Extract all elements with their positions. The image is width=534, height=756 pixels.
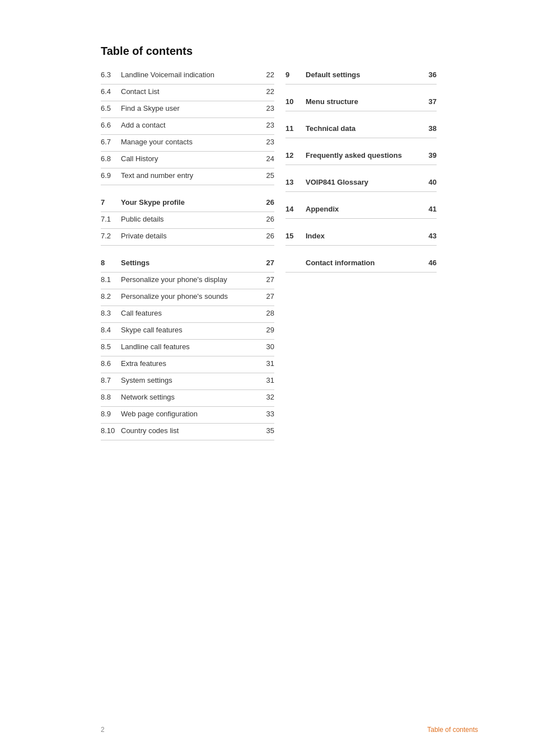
toc-item-label: Skype call features [121, 326, 257, 334]
toc-item-page: 26 [257, 198, 274, 206]
toc-row: 6.6Add a contact23 [101, 118, 274, 135]
toc-item-num: 8.8 [101, 393, 121, 401]
toc-item-page: 23 [257, 104, 274, 112]
toc-item-label: Country codes list [121, 426, 257, 435]
spacer [285, 165, 437, 175]
toc-row: 7.1Public details26 [101, 212, 274, 229]
spacer [285, 138, 437, 148]
toc-item-page: 40 [420, 178, 437, 186]
toc-item-label: Extra features [121, 359, 257, 368]
toc-item-label: Text and number entry [121, 171, 257, 180]
toc-item-page: 37 [420, 97, 437, 106]
toc-item-page: 29 [257, 326, 274, 334]
toc-row: Contact information46 [285, 256, 437, 273]
toc-row: 6.5Find a Skype user23 [101, 101, 274, 118]
toc-row: 7Your Skype profile26 [101, 195, 274, 212]
spacer [285, 111, 437, 121]
toc-item-page: 31 [257, 359, 274, 368]
toc-item-label: Your Skype profile [121, 198, 257, 206]
toc-row: 8.3Call features28 [101, 306, 274, 323]
toc-item-label: System settings [121, 376, 257, 384]
spacer [285, 192, 437, 202]
toc-item-label: Call History [121, 154, 257, 163]
toc-item-page: 33 [257, 410, 274, 418]
toc-row: 8.9Web page configuration33 [101, 407, 274, 424]
toc-item-num: 14 [285, 205, 306, 213]
toc-item-num: 6.6 [101, 121, 121, 129]
toc-item-label: Manage your contacts [121, 138, 257, 146]
toc-item-num: 8.6 [101, 359, 121, 368]
toc-item-label: Settings [121, 259, 257, 267]
toc-row: 6.7Manage your contacts23 [101, 135, 274, 152]
toc-item-num: 8.1 [101, 275, 121, 284]
toc-item-label: Menu structure [306, 97, 420, 106]
spacer [285, 246, 437, 256]
toc-item-num: 11 [285, 124, 306, 133]
toc-item-num: 6.5 [101, 104, 121, 112]
toc-row: 10Menu structure37 [285, 95, 437, 111]
toc-row: 6.4Contact List22 [101, 84, 274, 101]
toc-item-label: Default settings [306, 71, 420, 79]
toc-item-label: Contact List [121, 87, 257, 96]
toc-item-label: Contact information [306, 259, 420, 267]
toc-item-num: 6.9 [101, 171, 121, 180]
toc-row: 8.2Personalize your phone's sounds27 [101, 289, 274, 306]
toc-row: 8.4Skype call features29 [101, 323, 274, 340]
toc-item-num: 12 [285, 151, 306, 159]
toc-item-page: 26 [257, 232, 274, 240]
toc-row: 15Index43 [285, 229, 437, 246]
toc-item-page: 31 [257, 376, 274, 384]
toc-item-label: Index [306, 232, 420, 240]
toc-item-label: Technical data [306, 124, 420, 133]
toc-row: 8.5Landline call features30 [101, 340, 274, 356]
toc-item-label: Network settings [121, 393, 257, 401]
toc-item-label: Frequently asked questions [306, 151, 420, 159]
toc-item-page: 27 [257, 259, 274, 267]
toc-item-page: 30 [257, 342, 274, 351]
toc-item-num: 7 [101, 198, 121, 206]
footer: 2 Table of contents [0, 726, 534, 734]
toc-item-page: 24 [257, 154, 274, 163]
toc-item-num: 7.1 [101, 215, 121, 223]
toc-item-label: Add a contact [121, 121, 257, 129]
toc-item-label: Find a Skype user [121, 104, 257, 112]
toc-item-label: Landline Voicemail indication [121, 71, 257, 79]
toc-item-num: 8.7 [101, 376, 121, 384]
spacer [285, 219, 437, 229]
toc-item-page: 27 [257, 292, 274, 300]
toc-item-page: 23 [257, 138, 274, 146]
toc-row: 8.10Country codes list35 [101, 424, 274, 440]
toc-item-page: 36 [420, 71, 437, 79]
toc-item-num: 8.2 [101, 292, 121, 300]
spacer [285, 84, 437, 95]
toc-item-page: 22 [257, 71, 274, 79]
toc-row: 13VOIP841 Glossary40 [285, 175, 437, 192]
toc-row: 8Settings27 [101, 256, 274, 273]
toc-item-label: Private details [121, 232, 257, 240]
toc-item-page: 39 [420, 151, 437, 159]
toc-item-num: 6.3 [101, 71, 121, 79]
toc-item-label: Landline call features [121, 342, 257, 351]
toc-row: 6.8Call History24 [101, 152, 274, 168]
toc-item-page: 35 [257, 426, 274, 435]
toc-item-num: 8.4 [101, 326, 121, 334]
toc-item-page: 26 [257, 215, 274, 223]
toc-row: 8.7System settings31 [101, 373, 274, 390]
toc-item-page: 43 [420, 232, 437, 240]
toc-row: 12Frequently asked questions39 [285, 148, 437, 165]
toc-item-num: 8.10 [101, 426, 121, 435]
page-number: 2 [101, 726, 105, 734]
toc-item-page: 41 [420, 205, 437, 213]
page-container: Table of contents 6.3Landline Voicemail … [0, 0, 534, 474]
toc-item-label: Public details [121, 215, 257, 223]
spacer [101, 185, 274, 195]
toc-item-page: 46 [420, 259, 437, 267]
toc-item-num: 7.2 [101, 232, 121, 240]
toc-item-label: Appendix [306, 205, 420, 213]
toc-item-num: 8 [101, 259, 121, 267]
toc-row: 9Default settings36 [285, 68, 437, 84]
toc-item-num: 9 [285, 71, 306, 79]
toc-row: 8.1Personalize your phone's display27 [101, 273, 274, 289]
toc-row: 11Technical data38 [285, 121, 437, 138]
toc-item-label: Call features [121, 309, 257, 317]
